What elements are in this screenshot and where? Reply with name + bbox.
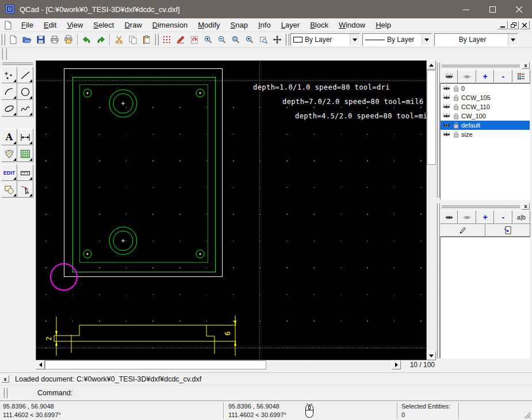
scroll-up-button[interactable] (427, 60, 436, 70)
points-tool-button[interactable] (1, 67, 17, 83)
layer-row[interactable]: CCW_110 (441, 102, 530, 111)
cad-toolbar-grip[interactable] (2, 62, 33, 65)
zoom-auto-button[interactable] (257, 33, 270, 47)
menu-info[interactable]: Info (253, 19, 276, 31)
save-button[interactable] (34, 33, 48, 47)
menu-snap[interactable]: Snap (225, 19, 253, 31)
menu-view[interactable]: View (62, 19, 88, 31)
zoom-pan-button[interactable] (270, 33, 284, 47)
line-tool-button[interactable] (17, 67, 33, 83)
select-edit-tool-button[interactable] (17, 181, 33, 198)
line-style-combo-arrow[interactable] (508, 34, 518, 45)
text-tool-button[interactable]: A (1, 129, 17, 145)
toolbar-grip[interactable] (155, 34, 159, 45)
redo-button[interactable] (94, 33, 108, 47)
horizontal-scrollbar[interactable] (36, 360, 401, 369)
dimension-tool-button[interactable] (17, 129, 33, 145)
layer-lock-icon[interactable] (453, 113, 459, 120)
block-panel-handle[interactable] (442, 205, 520, 208)
layer-row[interactable]: size (441, 130, 530, 139)
cut-button[interactable] (112, 33, 126, 47)
edit-tool-button[interactable]: EDIT (1, 164, 17, 181)
layer-lock-icon[interactable] (453, 122, 459, 129)
scroll-left-button[interactable] (36, 360, 45, 369)
menu-dimension[interactable]: Dimension (147, 19, 193, 31)
insert-block-button[interactable] (485, 224, 531, 237)
menu-layer[interactable]: Layer (276, 19, 305, 31)
layer-visibility-eye-icon[interactable] (442, 95, 451, 101)
edit-block-button[interactable] (440, 224, 485, 237)
toolbar-grip[interactable] (1, 34, 5, 45)
layer-row[interactable]: CW_100 (441, 111, 530, 121)
relative-zero-button[interactable] (187, 33, 201, 47)
layer-visibility-eye-icon[interactable] (442, 86, 451, 91)
mdi-minimize-button[interactable] (497, 21, 508, 29)
vertical-scroll-thumb[interactable] (427, 70, 436, 165)
zoom-in-button[interactable] (201, 33, 215, 47)
layer-visibility-eye-icon[interactable] (442, 104, 451, 110)
blocks-tool-button[interactable] (1, 181, 17, 198)
zoom-previous-button[interactable] (243, 33, 257, 47)
show-all-blocks-button[interactable] (440, 210, 458, 224)
add-block-button[interactable]: + (476, 210, 494, 224)
color-combo-arrow[interactable] (350, 34, 359, 45)
layer-lock-icon[interactable] (453, 103, 459, 110)
menu-draw[interactable]: Draw (119, 19, 147, 31)
line-style-combo[interactable]: By Layer (434, 33, 518, 46)
menu-modify[interactable]: Modify (193, 19, 225, 31)
hide-all-layers-button[interactable] (458, 70, 476, 83)
menu-help[interactable]: Help (370, 19, 396, 31)
layer-panel-close-button[interactable]: x (522, 62, 530, 69)
add-layer-button[interactable]: + (476, 70, 494, 83)
menu-file[interactable]: File (16, 19, 39, 31)
color-combo[interactable]: By Layer (290, 33, 360, 46)
line-width-combo-arrow[interactable] (422, 34, 431, 45)
left-toolbar-grip[interactable] (2, 48, 7, 60)
message-close-button[interactable]: x (1, 375, 9, 383)
zoom-window-button[interactable] (229, 33, 243, 47)
horizontal-scroll-thumb[interactable] (45, 360, 266, 369)
menu-block[interactable]: Block (305, 19, 334, 31)
circle-tool-button[interactable] (17, 83, 33, 100)
layer-lock-icon[interactable] (453, 131, 459, 138)
command-prompt[interactable]: Command: (34, 388, 76, 398)
menu-window[interactable]: Window (334, 19, 370, 31)
hatch-tool-button[interactable] (1, 145, 17, 162)
grid-toggle-button[interactable] (160, 33, 174, 47)
toolbar-grip[interactable] (285, 34, 289, 45)
close-button[interactable] (506, 0, 532, 18)
show-all-layers-button[interactable] (440, 70, 458, 83)
open-button[interactable] (20, 33, 34, 47)
layer-row[interactable]: default (441, 121, 530, 130)
layer-attributes-button[interactable] (512, 70, 530, 83)
measure-tool-button[interactable] (17, 164, 33, 181)
arc-tool-button[interactable] (1, 83, 17, 100)
block-panel-close-button[interactable]: x (522, 203, 530, 210)
mdi-restore-button[interactable] (508, 21, 519, 29)
zoom-out-button[interactable] (215, 33, 229, 47)
mdi-close-button[interactable] (519, 21, 530, 29)
layer-row[interactable]: CCW_105 (441, 93, 530, 102)
remove-block-button[interactable]: - (494, 210, 512, 224)
resize-grip-icon[interactable] (523, 411, 531, 419)
layer-panel-handle[interactable] (442, 64, 520, 67)
rename-block-button[interactable]: a|b (512, 210, 530, 224)
spline-tool-button[interactable] (17, 100, 33, 117)
layer-visibility-eye-icon[interactable] (442, 122, 451, 128)
print-preview-button[interactable] (62, 33, 75, 47)
print-button[interactable] (48, 33, 62, 47)
line-width-combo[interactable]: By Layer (362, 33, 432, 46)
copy-button[interactable] (126, 33, 140, 47)
hide-all-blocks-button[interactable] (458, 210, 476, 224)
minimize-button[interactable] (453, 0, 479, 18)
layer-lock-icon[interactable] (453, 85, 459, 92)
layer-row[interactable]: 0 (441, 84, 530, 93)
layer-visibility-eye-icon[interactable] (442, 132, 451, 137)
command-bar-grip[interactable] (3, 388, 7, 398)
remove-layer-button[interactable]: - (494, 70, 512, 83)
scroll-right-button[interactable] (392, 360, 401, 369)
menu-select[interactable]: Select (88, 19, 119, 31)
layer-lock-icon[interactable] (453, 94, 459, 101)
maximize-button[interactable] (479, 0, 506, 18)
draft-mode-button[interactable] (174, 33, 187, 47)
